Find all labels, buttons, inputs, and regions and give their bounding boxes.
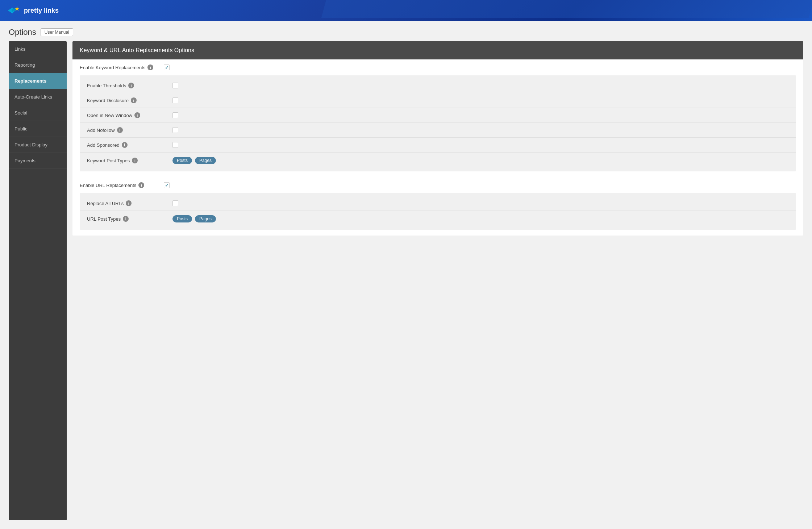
enable-thresholds-checkbox[interactable]	[172, 83, 178, 88]
sidebar-item-replacements[interactable]: Replacements	[9, 73, 67, 89]
keyword-post-types-row: Keyword Post Types i Posts Pages	[80, 153, 796, 168]
url-post-types-label: URL Post Types i	[87, 216, 167, 222]
add-sponsored-label: Add Sponsored i	[87, 142, 167, 148]
add-nofollow-row: Add Nofollow i	[80, 123, 796, 138]
sidebar-item-reporting[interactable]: Reporting	[9, 57, 67, 73]
keyword-post-types-label: Keyword Post Types i	[87, 158, 167, 163]
logo-area: pretty links	[7, 4, 59, 17]
url-posts-tag[interactable]: Posts	[172, 215, 192, 222]
main-content: Keyword & URL Auto Replacements Options …	[72, 41, 803, 520]
sidebar-item-auto-create-links[interactable]: Auto-Create Links	[9, 89, 67, 105]
enable-url-replacements-info-icon[interactable]: i	[138, 182, 144, 188]
url-post-types-info-icon[interactable]: i	[123, 216, 129, 222]
page-wrapper: Options User Manual Links Reporting Repl…	[0, 21, 812, 529]
enable-thresholds-row: Enable Thresholds i	[80, 78, 796, 93]
enable-url-replacements-row: Enable URL Replacements i ✓	[72, 177, 803, 193]
section-header: Keyword & URL Auto Replacements Options	[72, 41, 803, 59]
keyword-disclosure-label: Keyword Disclosure i	[87, 97, 167, 103]
replace-all-urls-checkbox[interactable]	[172, 200, 178, 206]
enable-thresholds-label: Enable Thresholds i	[87, 83, 167, 88]
sidebar-item-links[interactable]: Links	[9, 41, 67, 57]
replace-all-urls-info-icon[interactable]: i	[126, 200, 132, 206]
enable-keyword-replacements-info-icon[interactable]: i	[147, 64, 153, 70]
enable-keyword-replacements-checkbox[interactable]: ✓	[164, 64, 170, 70]
open-in-new-window-label: Open in New Window i	[87, 112, 167, 118]
open-in-new-window-row: Open in New Window i	[80, 108, 796, 123]
replace-all-urls-label: Replace All URLs i	[87, 200, 167, 206]
add-sponsored-row: Add Sponsored i	[80, 138, 796, 153]
enable-url-replacements-label: Enable URL Replacements i	[80, 182, 159, 188]
add-nofollow-checkbox[interactable]	[172, 127, 178, 133]
keyword-sub-section: Enable Thresholds i Keyword Disclosure i	[80, 75, 796, 171]
add-nofollow-info-icon[interactable]: i	[117, 127, 123, 133]
top-header: pretty links	[0, 0, 812, 21]
enable-thresholds-info-icon[interactable]: i	[128, 83, 134, 88]
enable-keyword-replacements-row: Enable Keyword Replacements i ✓	[72, 59, 803, 75]
enable-keyword-replacements-label: Enable Keyword Replacements i	[80, 64, 159, 70]
add-sponsored-checkbox[interactable]	[172, 142, 178, 148]
keyword-post-types-tags: Posts Pages	[172, 157, 217, 164]
content-layout: Links Reporting Replacements Auto-Create…	[0, 41, 812, 529]
sidebar-item-public[interactable]: Public	[9, 121, 67, 137]
checkmark-icon: ✓	[165, 65, 169, 70]
user-manual-button[interactable]: User Manual	[41, 28, 73, 36]
sidebar-item-product-display[interactable]: Product Display	[9, 137, 67, 153]
enable-url-replacements-checkbox[interactable]: ✓	[164, 182, 170, 188]
keyword-pages-tag[interactable]: Pages	[195, 157, 216, 164]
open-in-new-window-info-icon[interactable]: i	[134, 112, 140, 118]
sidebar: Links Reporting Replacements Auto-Create…	[9, 41, 67, 520]
logo-icon	[7, 4, 20, 17]
keyword-post-types-info-icon[interactable]: i	[132, 158, 138, 163]
keyword-disclosure-row: Keyword Disclosure i	[80, 93, 796, 108]
open-in-new-window-checkbox[interactable]	[172, 112, 178, 118]
page-title-area: Options User Manual	[0, 21, 812, 41]
sidebar-item-social[interactable]: Social	[9, 105, 67, 121]
keyword-disclosure-info-icon[interactable]: i	[131, 97, 137, 103]
url-post-types-tags: Posts Pages	[172, 215, 217, 222]
keyword-disclosure-checkbox[interactable]	[172, 97, 178, 103]
add-sponsored-info-icon[interactable]: i	[122, 142, 128, 148]
url-sub-section: Replace All URLs i URL Post Types i Post…	[80, 193, 796, 230]
keyword-posts-tag[interactable]: Posts	[172, 157, 192, 164]
add-nofollow-label: Add Nofollow i	[87, 127, 167, 133]
url-post-types-row: URL Post Types i Posts Pages	[80, 211, 796, 227]
url-pages-tag[interactable]: Pages	[195, 215, 216, 222]
url-checkmark-icon: ✓	[165, 183, 169, 188]
sidebar-item-payments[interactable]: Payments	[9, 153, 67, 169]
replace-all-urls-row: Replace All URLs i	[80, 196, 796, 211]
section-card: Keyword & URL Auto Replacements Options …	[72, 41, 803, 236]
page-title: Options	[9, 28, 36, 37]
logo-text: pretty links	[24, 7, 59, 14]
